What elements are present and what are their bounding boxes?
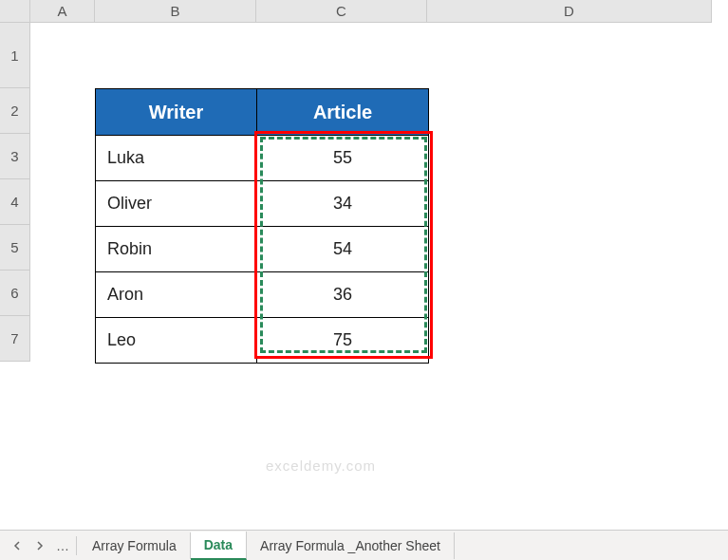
col-header-d[interactable]: D: [427, 0, 712, 23]
table-row: Luka 55: [96, 135, 428, 180]
col-header-a[interactable]: A: [30, 0, 95, 23]
tab-overflow[interactable]: …: [51, 538, 74, 553]
cell-article[interactable]: 34: [257, 181, 428, 226]
column-headers: A B C D: [0, 0, 712, 23]
row-headers: 1 2 3 4 5 6 7: [0, 23, 30, 362]
tab-nav-prev[interactable]: [6, 534, 28, 557]
sheet-tab-array-formula[interactable]: Array Formula: [79, 532, 191, 559]
table-row: Leo 75: [96, 317, 428, 363]
row-header-3[interactable]: 3: [0, 134, 30, 179]
header-writer[interactable]: Writer: [96, 89, 257, 135]
cell-article[interactable]: 75: [257, 318, 428, 363]
table-row: Robin 54: [96, 226, 428, 271]
cell-article[interactable]: 55: [257, 136, 428, 180]
row-header-2[interactable]: 2: [0, 88, 30, 134]
header-article[interactable]: Article: [257, 89, 428, 135]
cell-writer[interactable]: Robin: [96, 227, 257, 271]
sheet-tab-strip: … Array Formula Data Array Formula _Anot…: [0, 530, 728, 560]
cell-article[interactable]: 36: [257, 272, 428, 317]
tab-nav-next[interactable]: [28, 534, 51, 557]
row-header-5[interactable]: 5: [0, 225, 30, 271]
cell-writer[interactable]: Luka: [96, 136, 257, 180]
select-all-corner[interactable]: [0, 0, 30, 23]
cell-writer[interactable]: Oliver: [96, 181, 257, 226]
table-row: Aron 36: [96, 271, 428, 317]
col-header-c[interactable]: C: [256, 0, 427, 23]
sheet-tab-array-formula-another[interactable]: Array Formula _Another Sheet: [247, 532, 455, 559]
col-header-b[interactable]: B: [95, 0, 256, 23]
spreadsheet-grid[interactable]: A B C D 1 2 3 4 5 6 7 Writer Article Luk…: [0, 0, 728, 530]
cell-writer[interactable]: Leo: [96, 318, 257, 363]
sheet-tab-data[interactable]: Data: [191, 532, 247, 560]
row-header-1[interactable]: 1: [0, 23, 30, 88]
cell-article[interactable]: 54: [257, 227, 428, 271]
row-header-7[interactable]: 7: [0, 316, 30, 362]
watermark: exceldemy.com: [266, 457, 376, 474]
row-header-4[interactable]: 4: [0, 179, 30, 225]
data-table: Writer Article Luka 55 Oliver 34 Robin 5…: [95, 88, 429, 364]
cell-writer[interactable]: Aron: [96, 272, 257, 317]
row-header-6[interactable]: 6: [0, 271, 30, 316]
table-row: Oliver 34: [96, 180, 428, 226]
